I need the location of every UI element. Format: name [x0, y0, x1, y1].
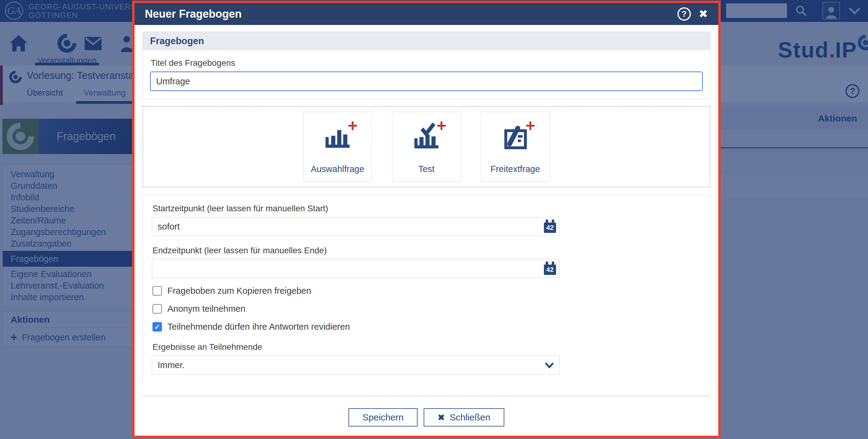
- results-select-value: Immer.: [158, 360, 185, 370]
- checkbox-row-revise-answers[interactable]: ✓ Teilnehmende dürfen ihre Antworten rev…: [153, 322, 701, 332]
- settings-section: Startzeitpunkt (leer lassen für manuelle…: [143, 196, 710, 384]
- fragebogen-section-header: Fragebogen: [143, 32, 710, 50]
- checkbox-copy-share[interactable]: [153, 286, 162, 296]
- dialog-footer: Speichern ✖ Schließen: [134, 384, 718, 436]
- start-field-label: Startzeitpunkt (leer lassen für manuelle…: [153, 204, 701, 213]
- freitextfrage-pencil-icon: +: [499, 121, 531, 152]
- results-field-label: Ergebnisse an Teilnehmende: [153, 342, 701, 352]
- checkbox-row-copy-share[interactable]: Frageboben zum Kopieren freigeben: [153, 286, 701, 296]
- auswahlfrage-label: Auswahlfrage: [311, 164, 364, 174]
- plus-icon: +: [347, 117, 358, 134]
- start-datetime-input[interactable]: [152, 217, 560, 236]
- freitextfrage-label: Freitextfrage: [491, 164, 540, 174]
- save-button[interactable]: Speichern: [348, 408, 417, 427]
- checkbox-anonymous-label: Anonym teilnehmen: [167, 304, 245, 314]
- close-button[interactable]: ✖ Schließen: [424, 408, 504, 427]
- checkbox-anonymous[interactable]: [153, 304, 162, 314]
- title-input[interactable]: [150, 71, 703, 91]
- close-x-icon: ✖: [438, 412, 445, 422]
- checkbox-copy-share-label: Frageboben zum Kopieren freigeben: [167, 286, 311, 296]
- test-label: Test: [418, 164, 434, 174]
- test-button[interactable]: + Test: [392, 112, 461, 182]
- dialog-titlebar: Neuer Fragebogen ? ✖: [134, 3, 718, 25]
- screen: GA GEORG-AUGUST-UNIVERSITÄT GÖTTINGEN: [0, 0, 868, 439]
- end-calendar-icon[interactable]: 42: [544, 262, 556, 275]
- test-chart-check-icon: +: [410, 121, 442, 152]
- checkbox-revise-answers[interactable]: ✓: [153, 322, 162, 331]
- dialog-title: Neuer Fragebogen: [145, 8, 678, 20]
- auswahlfrage-chart-icon: +: [322, 121, 353, 152]
- results-select[interactable]: Immer.: [152, 356, 560, 375]
- checkbox-revise-answers-label: Teilnehmende dürfen ihre Antworten revid…: [167, 322, 350, 332]
- auswahlfrage-button[interactable]: + Auswahlfrage: [303, 112, 372, 182]
- neuer-fragebogen-dialog: Neuer Fragebogen ? ✖ Fragebogen Titel de…: [132, 1, 721, 438]
- freitextfrage-button[interactable]: + Freitextfrage: [481, 112, 550, 182]
- start-calendar-icon[interactable]: 42: [544, 220, 556, 234]
- dialog-close-icon[interactable]: ✖: [699, 8, 708, 20]
- close-button-label: Schließen: [450, 412, 490, 422]
- end-field-label: Endzeitpunkt (leer lassen für manuelles …: [153, 246, 701, 256]
- end-datetime-input[interactable]: [152, 259, 560, 278]
- dialog-body: Fragebogen Titel des Fragebogens: [134, 25, 718, 384]
- plus-icon: +: [525, 117, 535, 134]
- dialog-help-icon[interactable]: ?: [678, 7, 691, 21]
- select-chevron-icon: [545, 361, 554, 371]
- footer-divider: [143, 396, 710, 397]
- plus-icon: +: [436, 117, 446, 134]
- save-button-label: Speichern: [363, 412, 404, 422]
- question-type-dropzone: + Auswahlfrage +: [143, 106, 710, 187]
- fragebogen-section: Fragebogen Titel des Fragebogens: [143, 32, 710, 99]
- title-field-label: Titel des Fragebogens: [151, 58, 703, 68]
- checkbox-row-anonymous[interactable]: Anonym teilnehmen: [153, 304, 701, 314]
